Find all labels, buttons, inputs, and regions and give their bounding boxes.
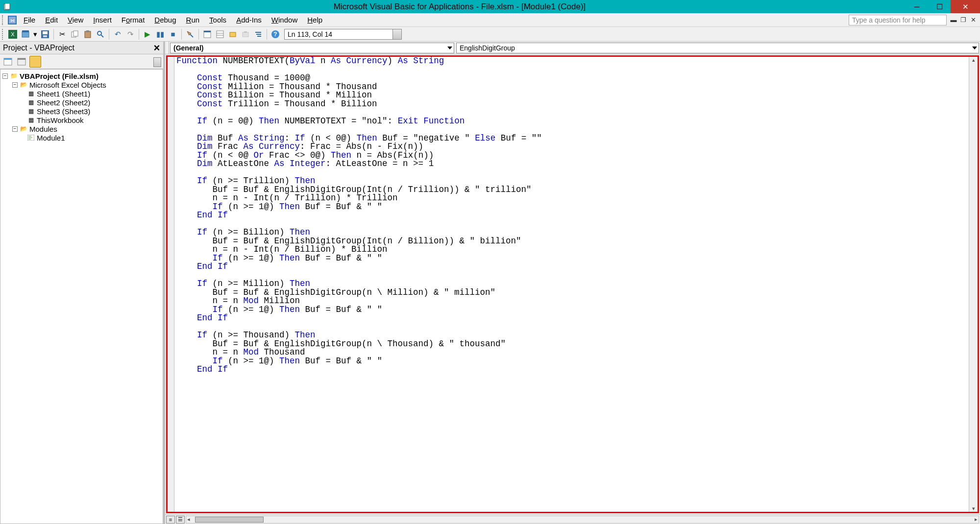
project-explorer-close-button[interactable]: × xyxy=(150,42,163,54)
reset-icon[interactable]: ■ xyxy=(167,28,179,40)
code-editor[interactable]: Function NUMBERTOTEXT(ByVal n As Currenc… xyxy=(166,55,979,513)
toolbox-icon[interactable] xyxy=(240,28,251,40)
project-explorer-title-text: Project - VBAProject xyxy=(3,44,74,52)
paste-icon[interactable] xyxy=(82,28,94,40)
find-icon[interactable] xyxy=(95,28,106,40)
project-explorer-icon[interactable] xyxy=(201,28,213,40)
mdi-close-button[interactable]: ✕ xyxy=(969,16,977,24)
tree-sheet1[interactable]: ▦Sheet1 (Sheet1) xyxy=(0,89,163,98)
dropdown-arrow-icon[interactable]: ▾ xyxy=(32,28,38,40)
titlebar[interactable]: Microsoft Visual Basic for Applications … xyxy=(0,0,980,13)
svg-rect-21 xyxy=(204,31,211,32)
project-explorer-panel: Project - VBAProject × −📁VBAProject (Fil… xyxy=(0,42,164,524)
break-icon[interactable]: ▮▮ xyxy=(154,28,166,40)
code-text[interactable]: Function NUMBERTOTEXT(ByVal n As Currenc… xyxy=(174,57,969,512)
project-explorer-title: Project - VBAProject × xyxy=(0,42,163,54)
close-button[interactable]: ✕ xyxy=(951,0,980,13)
splitter[interactable] xyxy=(165,42,169,54)
svg-rect-10 xyxy=(43,31,48,34)
svg-rect-22 xyxy=(217,31,223,38)
svg-text:X: X xyxy=(11,31,15,37)
help-search-box[interactable]: Type a question for help xyxy=(849,15,947,25)
view-object-icon[interactable] xyxy=(16,56,27,68)
tree-thisworkbook[interactable]: ▦ThisWorkbook xyxy=(0,116,163,124)
maximize-button[interactable]: ☐ xyxy=(928,0,951,13)
tree-sheet3[interactable]: ▦Sheet3 (Sheet3) xyxy=(0,107,163,116)
menu-tools[interactable]: Tools xyxy=(204,15,231,25)
properties-icon[interactable] xyxy=(214,28,226,40)
menu-help[interactable]: Help xyxy=(302,15,327,25)
menu-view[interactable]: View xyxy=(63,15,88,25)
cut-icon[interactable]: ✂ xyxy=(56,28,68,40)
app-icon xyxy=(2,2,12,12)
view-excel-icon[interactable]: X xyxy=(7,28,19,40)
run-icon[interactable]: ▶ xyxy=(142,28,153,40)
svg-point-16 xyxy=(98,31,101,35)
menu-addins[interactable]: Add-Ins xyxy=(231,15,267,25)
menu-debug[interactable]: Debug xyxy=(149,15,181,25)
svg-line-19 xyxy=(190,34,193,37)
tree-module1[interactable]: Module1 xyxy=(0,133,163,142)
procedure-view-button[interactable]: ≡ xyxy=(166,516,175,524)
svg-rect-15 xyxy=(86,30,89,32)
svg-rect-1 xyxy=(5,3,10,9)
menu-window[interactable]: Window xyxy=(267,15,302,25)
horizontal-scrollbar[interactable] xyxy=(186,516,979,524)
toolbar-grip[interactable] xyxy=(2,29,5,40)
margin-indicator-bar[interactable] xyxy=(168,57,174,512)
object-browser-icon[interactable] xyxy=(227,28,239,40)
svg-rect-13 xyxy=(74,31,78,36)
project-explorer-toolbar xyxy=(0,54,163,69)
mdi-minimize-button[interactable]: ▬ xyxy=(950,16,957,24)
toolbar-grip[interactable] xyxy=(2,15,5,25)
design-mode-icon[interactable] xyxy=(184,28,196,40)
menu-edit[interactable]: Edit xyxy=(40,15,63,25)
undo-icon[interactable]: ↶ xyxy=(112,28,123,40)
vba-icon: ⋈ xyxy=(8,16,17,24)
svg-rect-7 xyxy=(22,32,29,37)
menubar: ⋈ File Edit View Insert Format Debug Run… xyxy=(0,13,980,27)
window-title: Microsoft Visual Basic for Applications … xyxy=(14,2,906,12)
insert-module-icon[interactable] xyxy=(20,28,31,40)
copy-icon[interactable] xyxy=(69,28,81,40)
code-window: (General) EnglishDigitGroup Function NUM… xyxy=(164,42,980,524)
procedure-dropdown[interactable]: EnglishDigitGroup xyxy=(456,43,979,53)
vertical-scrollbar[interactable] xyxy=(969,57,978,512)
view-code-icon[interactable] xyxy=(2,56,14,68)
object-dropdown[interactable]: (General) xyxy=(170,43,454,53)
menu-file[interactable]: File xyxy=(19,15,40,25)
svg-rect-26 xyxy=(243,32,248,37)
full-module-view-button[interactable]: ☰ xyxy=(176,516,185,524)
save-icon[interactable] xyxy=(39,28,51,40)
code-dropdown-bar: (General) EnglishDigitGroup xyxy=(165,42,980,54)
svg-rect-25 xyxy=(230,32,236,37)
tree-excel-objects[interactable]: −📂Microsoft Excel Objects xyxy=(0,80,163,89)
tree-modules[interactable]: −📂Modules xyxy=(0,124,163,133)
code-bottom-bar: ≡ ☰ xyxy=(165,514,980,524)
line-col-indicator[interactable]: Ln 113, Col 14 xyxy=(284,29,402,40)
standard-toolbar: X ▾ ✂ ↶ ↷ ▶ ▮▮ ■ ? Ln 113, Col 14 xyxy=(0,27,980,42)
menu-insert[interactable]: Insert xyxy=(88,15,117,25)
tab-order-icon[interactable] xyxy=(252,28,264,40)
svg-line-17 xyxy=(101,35,103,37)
svg-rect-8 xyxy=(22,30,29,32)
tree-sheet2[interactable]: ▦Sheet2 (Sheet2) xyxy=(0,98,163,107)
toggle-folders-icon[interactable] xyxy=(29,56,41,68)
menu-format[interactable]: Format xyxy=(117,15,150,25)
project-tree[interactable]: −📁VBAProject (File.xlsm) −📂Microsoft Exc… xyxy=(0,69,163,524)
svg-rect-36 xyxy=(31,59,39,65)
mdi-restore-button[interactable]: ❐ xyxy=(959,16,967,24)
svg-rect-33 xyxy=(4,58,12,60)
svg-text:?: ? xyxy=(273,31,277,38)
redo-icon[interactable]: ↷ xyxy=(124,28,136,40)
minimize-button[interactable]: ─ xyxy=(906,0,928,13)
svg-text:⋈: ⋈ xyxy=(10,18,15,23)
svg-rect-11 xyxy=(43,35,47,37)
svg-rect-35 xyxy=(18,58,25,60)
menu-run[interactable]: Run xyxy=(181,15,205,25)
help-icon[interactable]: ? xyxy=(270,28,281,40)
tree-project-root[interactable]: −📁VBAProject (File.xlsm) xyxy=(0,71,163,80)
